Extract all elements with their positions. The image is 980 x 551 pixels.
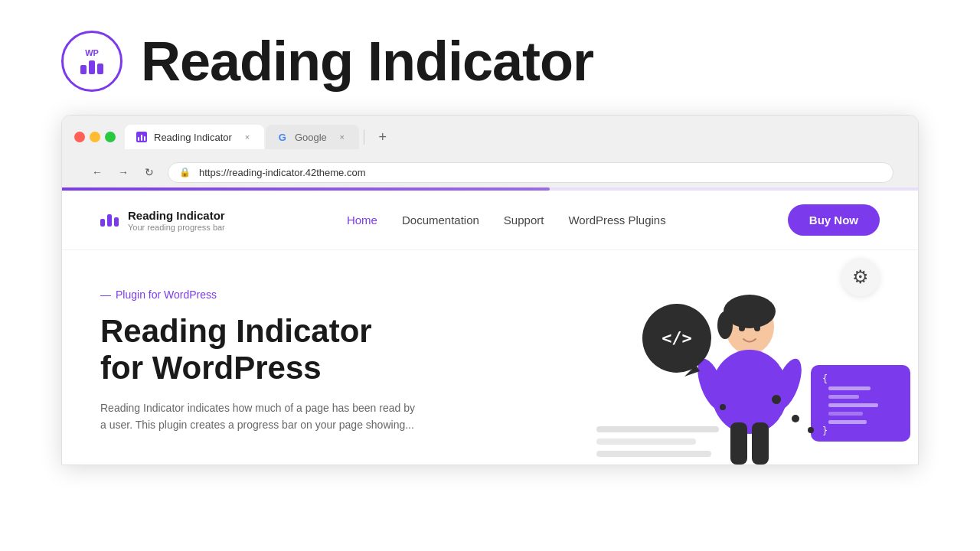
svg-rect-17 (828, 386, 871, 390)
site-tagline: Your reading progress bar (128, 223, 225, 232)
tab-reading-indicator[interactable]: Reading Indicator × (125, 125, 264, 149)
site-name: Reading Indicator (128, 209, 225, 223)
browser-address-bar: ← → ↻ 🔒 https://reading-indicator.42them… (74, 157, 906, 187)
url-bar[interactable]: 🔒 https://reading-indicator.42theme.com (168, 162, 893, 183)
svg-point-27 (808, 427, 814, 433)
site-logo-bar-1 (100, 219, 105, 227)
nav-buttons: ← → ↻ (87, 161, 160, 183)
tabs-bar: Reading Indicator × G Google × + (125, 125, 906, 149)
site-logo-bar-2 (107, 214, 112, 227)
svg-point-26 (792, 415, 799, 422)
hero-description: Reading Indicator indicates how much of … (100, 399, 422, 434)
svg-text:}: } (822, 425, 828, 436)
nav-support[interactable]: Support (504, 214, 544, 227)
app-logo: WP (61, 31, 122, 92)
site-logo: Reading Indicator Your reading progress … (100, 209, 225, 232)
hero-title-line1: Reading Indicator (100, 313, 372, 349)
reading-progress-fill (62, 187, 550, 191)
logo-bar-3 (97, 64, 103, 74)
site-logo-text: Reading Indicator Your reading progress … (128, 209, 225, 232)
hero-title-line2: for WordPress (100, 350, 322, 386)
close-button[interactable] (74, 132, 85, 142)
lock-icon: 🔒 (179, 167, 191, 178)
minimize-button[interactable] (90, 132, 100, 142)
logo-bar-1 (80, 65, 87, 74)
svg-rect-20 (828, 412, 863, 416)
svg-rect-23 (596, 426, 719, 432)
browser-title-bar: Reading Indicator × G Google × + (74, 125, 906, 149)
svg-text:</>: </> (662, 328, 692, 347)
svg-rect-18 (828, 395, 859, 399)
svg-rect-6 (730, 422, 747, 465)
back-button[interactable]: ← (87, 161, 108, 183)
gear-button[interactable]: ⚙ (841, 258, 880, 296)
forward-button[interactable]: → (113, 161, 134, 183)
browser-chrome: Reading Indicator × G Google × + (62, 116, 918, 187)
google-icon: G (276, 131, 289, 143)
svg-rect-24 (596, 439, 696, 445)
svg-rect-19 (828, 403, 878, 407)
svg-rect-21 (828, 420, 867, 424)
hero-section: Plugin for WordPress Reading Indicator f… (62, 250, 918, 465)
website-content: Reading Indicator Your reading progress … (62, 191, 918, 465)
header-section: WP Reading Indicator (0, 0, 980, 115)
reading-progress-bar (62, 187, 918, 191)
site-logo-bar-3 (114, 217, 119, 227)
svg-rect-7 (752, 422, 769, 465)
traffic-lights (74, 132, 116, 142)
nav-documentation[interactable]: Documentation (402, 214, 479, 227)
nav-home[interactable]: Home (347, 214, 377, 227)
wp-label: WP (85, 49, 99, 57)
svg-text:{: { (822, 373, 828, 384)
logo-bars (80, 60, 103, 74)
svg-point-9 (754, 325, 760, 331)
svg-point-2 (717, 311, 733, 339)
add-tab-button[interactable]: + (372, 126, 394, 148)
maximize-button[interactable] (105, 132, 116, 142)
buy-now-button[interactable]: Buy Now (788, 204, 880, 236)
site-nav-links: Home Documentation Support WordPress Plu… (347, 214, 666, 227)
tab-close-google[interactable]: × (336, 131, 348, 143)
tab-close-ri[interactable]: × (241, 131, 253, 143)
tab-google[interactable]: G Google × (266, 125, 359, 149)
site-logo-icon (100, 214, 119, 227)
svg-point-10 (772, 395, 781, 404)
tab-separator (364, 129, 364, 145)
svg-point-11 (720, 404, 726, 410)
nav-wordpress-plugins[interactable]: WordPress Plugins (568, 214, 665, 227)
site-navbar: Reading Indicator Your reading progress … (62, 191, 918, 250)
reload-button[interactable]: ↻ (139, 161, 160, 183)
browser-window: Reading Indicator × G Google × + (61, 115, 919, 465)
tab-label-google: Google (295, 132, 327, 143)
svg-point-8 (739, 325, 745, 331)
tab-favicon-google: G (276, 131, 289, 143)
page-title: Reading Indicator (141, 34, 593, 89)
gear-icon: ⚙ (852, 266, 869, 288)
tab-favicon-ri (136, 131, 148, 143)
url-text: https://reading-indicator.42theme.com (196, 167, 366, 178)
tab-label-ri: Reading Indicator (154, 132, 232, 143)
logo-bar-2 (89, 60, 95, 74)
svg-rect-25 (596, 451, 711, 457)
